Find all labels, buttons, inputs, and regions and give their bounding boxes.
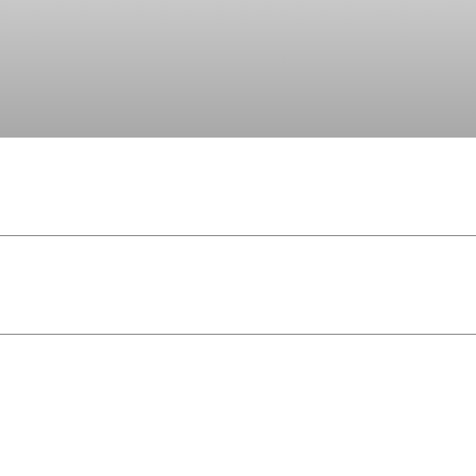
list-container [0,138,476,433]
header-banner [0,0,476,138]
list-item[interactable] [0,138,476,236]
list-item[interactable] [0,335,476,433]
list-item[interactable] [0,236,476,335]
